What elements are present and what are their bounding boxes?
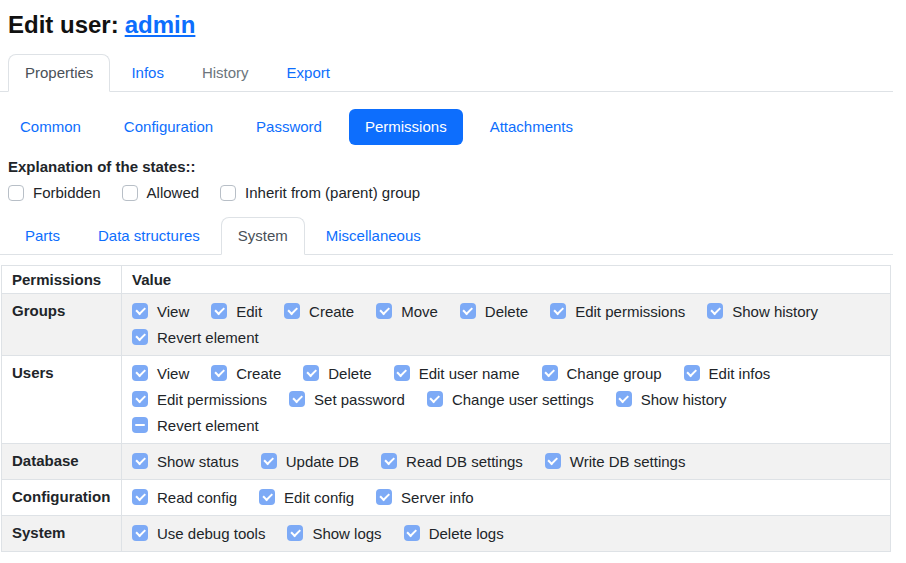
column-header-permissions: Permissions <box>2 266 122 294</box>
read-db-settings-checkbox[interactable] <box>381 453 397 469</box>
show-history-checkbox[interactable] <box>707 303 723 319</box>
permission-category: Groups <box>2 294 122 356</box>
permtab-system[interactable]: System <box>221 217 305 255</box>
value-line: ViewEditCreateMoveDeleteEdit permissions… <box>132 298 880 324</box>
revert-element-checkbox[interactable] <box>132 329 148 345</box>
perm-users-view[interactable]: View <box>132 365 189 382</box>
perm-configuration-read-config[interactable]: Read config <box>132 489 237 506</box>
delete-logs-checkbox[interactable] <box>404 525 420 541</box>
perm-database-read-db-settings[interactable]: Read DB settings <box>381 453 523 470</box>
perm-database-write-db-settings[interactable]: Write DB settings <box>545 453 686 470</box>
perm-configuration-server-info[interactable]: Server info <box>376 489 474 506</box>
perm-users-change-user-settings[interactable]: Change user settings <box>427 391 594 408</box>
delete-checkbox[interactable] <box>303 365 319 381</box>
perm-users-change-group[interactable]: Change group <box>542 365 662 382</box>
create-checkbox[interactable] <box>211 365 227 381</box>
edit-user-name-checkbox[interactable] <box>394 365 410 381</box>
perm-database-show-status[interactable]: Show status <box>132 453 239 470</box>
permission-row: GroupsViewEditCreateMoveDeleteEdit permi… <box>2 294 891 356</box>
move-checkbox[interactable] <box>376 303 392 319</box>
states-explanation-heading: Explanation of the states:: <box>8 158 906 175</box>
delete-checkbox[interactable] <box>460 303 476 319</box>
perm-system-delete-logs[interactable]: Delete logs <box>404 525 504 542</box>
value-line: Show statusUpdate DBRead DB settingsWrit… <box>132 448 880 474</box>
perm-users-edit-user-name[interactable]: Edit user name <box>394 365 520 382</box>
checkbox-label: Update DB <box>286 453 359 470</box>
permission-row: ConfigurationRead configEdit configServe… <box>2 480 891 516</box>
show-logs-checkbox[interactable] <box>287 525 303 541</box>
tab-properties[interactable]: Properties <box>8 54 110 92</box>
checkbox-label: Revert element <box>157 329 259 346</box>
view-checkbox[interactable] <box>132 303 148 319</box>
allowed-checkbox[interactable] <box>122 185 138 201</box>
perm-groups-create[interactable]: Create <box>284 303 354 320</box>
perm-users-show-history[interactable]: Show history <box>616 391 727 408</box>
forbidden-checkbox[interactable] <box>8 185 24 201</box>
legend-item-forbidden[interactable]: Forbidden <box>8 184 101 201</box>
permtab-parts[interactable]: Parts <box>8 217 77 255</box>
change-user-settings-checkbox[interactable] <box>427 391 443 407</box>
update-db-checkbox[interactable] <box>261 453 277 469</box>
edit-checkbox[interactable] <box>211 303 227 319</box>
perm-users-create[interactable]: Create <box>211 365 281 382</box>
perm-groups-edit-permissions[interactable]: Edit permissions <box>550 303 685 320</box>
use-debug-tools-checkbox[interactable] <box>132 525 148 541</box>
checkbox-label: Edit permissions <box>157 391 267 408</box>
perm-users-revert-element[interactable]: Revert element <box>132 417 259 434</box>
change-group-checkbox[interactable] <box>542 365 558 381</box>
permissions-table: Permissions Value GroupsViewEditCreateMo… <box>1 265 891 552</box>
page-title-text: Edit user: <box>8 11 119 38</box>
read-config-checkbox[interactable] <box>132 489 148 505</box>
tab-export[interactable]: Export <box>270 54 347 92</box>
permtab-data-structures[interactable]: Data structures <box>81 217 217 255</box>
checkbox-label: Edit permissions <box>575 303 685 320</box>
permission-category: Users <box>2 356 122 444</box>
set-password-checkbox[interactable] <box>289 391 305 407</box>
inherit-from-parent-group-checkbox[interactable] <box>220 185 236 201</box>
perm-users-edit-permissions[interactable]: Edit permissions <box>132 391 267 408</box>
permission-row: UsersViewCreateDeleteEdit user nameChang… <box>2 356 891 444</box>
subtab-password[interactable]: Password <box>240 109 338 145</box>
legend-item-inherit-from-parent-group[interactable]: Inherit from (parent) group <box>220 184 420 201</box>
perm-groups-delete[interactable]: Delete <box>460 303 528 320</box>
edit-user-link[interactable]: admin <box>125 11 196 38</box>
write-db-settings-checkbox[interactable] <box>545 453 561 469</box>
create-checkbox[interactable] <box>284 303 300 319</box>
edit-config-checkbox[interactable] <box>259 489 275 505</box>
perm-configuration-edit-config[interactable]: Edit config <box>259 489 354 506</box>
perm-groups-view[interactable]: View <box>132 303 189 320</box>
value-line: ViewCreateDeleteEdit user nameChange gro… <box>132 360 880 386</box>
edit-permissions-checkbox[interactable] <box>550 303 566 319</box>
perm-system-show-logs[interactable]: Show logs <box>287 525 381 542</box>
permtab-miscellaneous[interactable]: Miscellaneous <box>309 217 438 255</box>
perm-groups-revert-element[interactable]: Revert element <box>132 329 259 346</box>
edit-infos-checkbox[interactable] <box>684 365 700 381</box>
checkbox-label: Create <box>309 303 354 320</box>
checkbox-label: Set password <box>314 391 405 408</box>
edit-permissions-checkbox[interactable] <box>132 391 148 407</box>
show-status-checkbox[interactable] <box>132 453 148 469</box>
view-checkbox[interactable] <box>132 365 148 381</box>
subtab-attachments[interactable]: Attachments <box>474 109 589 145</box>
permission-values: ViewCreateDeleteEdit user nameChange gro… <box>122 356 891 444</box>
revert-element-checkbox[interactable] <box>132 417 148 433</box>
tab-infos[interactable]: Infos <box>114 54 181 92</box>
permission-row: DatabaseShow statusUpdate DBRead DB sett… <box>2 444 891 480</box>
perm-groups-move[interactable]: Move <box>376 303 438 320</box>
permission-values: Show statusUpdate DBRead DB settingsWrit… <box>122 444 891 480</box>
perm-users-delete[interactable]: Delete <box>303 365 371 382</box>
perm-system-use-debug-tools[interactable]: Use debug tools <box>132 525 265 542</box>
perm-users-edit-infos[interactable]: Edit infos <box>684 365 771 382</box>
checkbox-label: Delete <box>485 303 528 320</box>
perm-groups-show-history[interactable]: Show history <box>707 303 818 320</box>
checkbox-label: Read DB settings <box>406 453 523 470</box>
subtab-permissions[interactable]: Permissions <box>349 109 463 145</box>
show-history-checkbox[interactable] <box>616 391 632 407</box>
perm-groups-edit[interactable]: Edit <box>211 303 262 320</box>
subtab-common[interactable]: Common <box>4 109 97 145</box>
perm-database-update-db[interactable]: Update DB <box>261 453 359 470</box>
perm-users-set-password[interactable]: Set password <box>289 391 405 408</box>
server-info-checkbox[interactable] <box>376 489 392 505</box>
legend-item-allowed[interactable]: Allowed <box>122 184 200 201</box>
subtab-configuration[interactable]: Configuration <box>108 109 229 145</box>
